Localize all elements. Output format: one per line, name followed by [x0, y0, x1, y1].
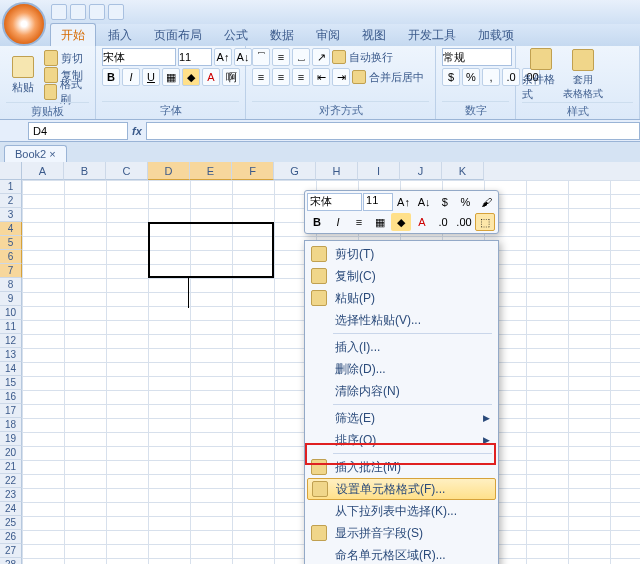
mini-percent[interactable]: %: [456, 193, 476, 211]
ctx-paste[interactable]: 粘贴(P): [307, 287, 496, 309]
mini-border[interactable]: ▦: [370, 213, 390, 231]
align-top-button[interactable]: ⎴: [252, 48, 270, 66]
ctx-insert-comment[interactable]: 插入批注(M): [307, 456, 496, 478]
ctx-clear[interactable]: 清除内容(N): [307, 380, 496, 402]
align-left-button[interactable]: ≡: [252, 68, 270, 86]
row-header-23[interactable]: 23: [0, 488, 22, 502]
ctx-pick-from-list[interactable]: 从下拉列表中选择(K)...: [307, 500, 496, 522]
ctx-filter[interactable]: 筛选(E)▶: [307, 407, 496, 429]
row-header-13[interactable]: 13: [0, 348, 22, 362]
wrap-text-button[interactable]: 自动换行: [332, 50, 393, 65]
col-header-G[interactable]: G: [274, 162, 316, 180]
mini-bold[interactable]: B: [307, 213, 327, 231]
fill-color-button[interactable]: ◆: [182, 68, 200, 86]
col-header-B[interactable]: B: [64, 162, 106, 180]
ctx-format-cells[interactable]: 设置单元格格式(F)...: [307, 478, 496, 500]
row-header-17[interactable]: 17: [0, 404, 22, 418]
align-right-button[interactable]: ≡: [292, 68, 310, 86]
col-header-H[interactable]: H: [316, 162, 358, 180]
row-header-15[interactable]: 15: [0, 376, 22, 390]
row-header-26[interactable]: 26: [0, 530, 22, 544]
row-header-3[interactable]: 3: [0, 208, 22, 222]
col-header-K[interactable]: K: [442, 162, 484, 180]
row-header-18[interactable]: 18: [0, 418, 22, 432]
ctx-sort[interactable]: 排序(O)▶: [307, 429, 496, 451]
row-header-7[interactable]: 7: [0, 264, 22, 278]
row-header-19[interactable]: 19: [0, 432, 22, 446]
italic-button[interactable]: I: [122, 68, 140, 86]
row-header-1[interactable]: 1: [0, 180, 22, 194]
row-header-28[interactable]: 28: [0, 558, 22, 564]
qat-print-icon[interactable]: [108, 4, 124, 20]
tab-数据[interactable]: 数据: [260, 24, 304, 46]
cut-button[interactable]: 剪切: [44, 50, 89, 66]
currency-button[interactable]: $: [442, 68, 460, 86]
mini-font-color[interactable]: A: [412, 213, 432, 231]
workbook-tab[interactable]: Book2 ×: [4, 145, 67, 162]
row-header-2[interactable]: 2: [0, 194, 22, 208]
orientation-button[interactable]: ↗: [312, 48, 330, 66]
ctx-name-range[interactable]: 命名单元格区域(R)...: [307, 544, 496, 564]
col-header-A[interactable]: A: [22, 162, 64, 180]
font-color-button[interactable]: A: [202, 68, 220, 86]
row-header-8[interactable]: 8: [0, 278, 22, 292]
format-painter-button[interactable]: 格式刷: [44, 84, 89, 100]
table-style-button[interactable]: 套用 表格格式: [564, 48, 602, 102]
row-header-25[interactable]: 25: [0, 516, 22, 530]
percent-button[interactable]: %: [462, 68, 480, 86]
indent-dec-button[interactable]: ⇤: [312, 68, 330, 86]
mini-font-combo[interactable]: 宋体: [307, 193, 362, 211]
select-all-corner[interactable]: [0, 162, 22, 180]
tab-开发工具[interactable]: 开发工具: [398, 24, 466, 46]
mini-format-painter[interactable]: 🖌: [476, 193, 496, 211]
row-header-16[interactable]: 16: [0, 390, 22, 404]
number-format-combo[interactable]: [442, 48, 512, 66]
row-header-24[interactable]: 24: [0, 502, 22, 516]
paste-button[interactable]: 粘贴: [6, 48, 40, 102]
border-button[interactable]: ▦: [162, 68, 180, 86]
ctx-insert[interactable]: 插入(I)...: [307, 336, 496, 358]
col-header-J[interactable]: J: [400, 162, 442, 180]
mini-inc-decimal[interactable]: .00: [454, 213, 474, 231]
bold-button[interactable]: B: [102, 68, 120, 86]
comma-button[interactable]: ,: [482, 68, 500, 86]
ctx-copy[interactable]: 复制(C): [307, 265, 496, 287]
tab-审阅[interactable]: 审阅: [306, 24, 350, 46]
col-header-E[interactable]: E: [190, 162, 232, 180]
font-size-combo[interactable]: [178, 48, 212, 66]
phonetic-button[interactable]: 啊: [222, 68, 240, 86]
mini-grow-font[interactable]: A↑: [394, 193, 414, 211]
row-header-22[interactable]: 22: [0, 474, 22, 488]
align-middle-button[interactable]: ≡: [272, 48, 290, 66]
col-header-C[interactable]: C: [106, 162, 148, 180]
underline-button[interactable]: U: [142, 68, 160, 86]
row-header-27[interactable]: 27: [0, 544, 22, 558]
mini-merge[interactable]: ⬚: [475, 213, 495, 231]
mini-shrink-font[interactable]: A↓: [414, 193, 434, 211]
row-header-5[interactable]: 5: [0, 236, 22, 250]
indent-inc-button[interactable]: ⇥: [332, 68, 350, 86]
mini-size-combo[interactable]: 11: [363, 193, 393, 211]
mini-italic[interactable]: I: [328, 213, 348, 231]
tab-加载项[interactable]: 加载项: [468, 24, 524, 46]
ctx-delete[interactable]: 删除(D)...: [307, 358, 496, 380]
row-header-4[interactable]: 4: [0, 222, 22, 236]
mini-currency[interactable]: $: [435, 193, 455, 211]
mini-align[interactable]: ≡: [349, 213, 369, 231]
row-header-14[interactable]: 14: [0, 362, 22, 376]
mini-dec-decimal[interactable]: .0: [433, 213, 453, 231]
qat-redo-icon[interactable]: [89, 4, 105, 20]
row-header-10[interactable]: 10: [0, 306, 22, 320]
align-bottom-button[interactable]: ⎵: [292, 48, 310, 66]
merge-center-button[interactable]: 合并后居中: [352, 70, 424, 85]
row-header-12[interactable]: 12: [0, 334, 22, 348]
name-box[interactable]: D4: [28, 122, 128, 140]
qat-undo-icon[interactable]: [70, 4, 86, 20]
qat-save-icon[interactable]: [51, 4, 67, 20]
cond-format-button[interactable]: 条件格式: [522, 48, 560, 102]
ctx-cut[interactable]: 剪切(T): [307, 243, 496, 265]
office-button[interactable]: [2, 2, 46, 46]
grow-font-button[interactable]: A↑: [214, 48, 232, 66]
ctx-show-pinyin[interactable]: 显示拼音字段(S): [307, 522, 496, 544]
row-header-21[interactable]: 21: [0, 460, 22, 474]
